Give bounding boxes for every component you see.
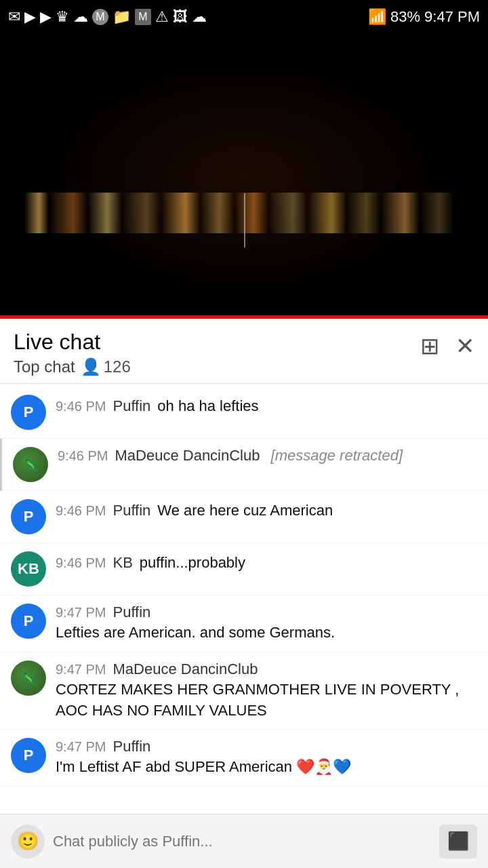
message-time: 9:47 PM bbox=[56, 739, 106, 755]
table-row: P 9:47 PM Puffin I'm Leftist AF abd SUPE… bbox=[0, 730, 488, 787]
message-meta: 9:46 PM Puffin oh ha ha lefties bbox=[56, 395, 477, 417]
chat-header-right: ⊞ ✕ bbox=[420, 330, 474, 359]
top-chat-row: Top chat 👤 126 bbox=[14, 357, 131, 376]
emoji-icon: 🙂 bbox=[17, 831, 39, 852]
message-author: Puffin bbox=[113, 604, 150, 621]
person-icon: 👤 bbox=[81, 357, 101, 376]
image-icon: 🖼 bbox=[173, 8, 188, 26]
youtube-icon: ▶ bbox=[24, 8, 36, 26]
avatar: P bbox=[11, 499, 46, 534]
cloud2-icon: ☁ bbox=[192, 8, 207, 26]
avatar: P bbox=[11, 738, 46, 773]
message-meta: 9:47 PM Puffin bbox=[56, 738, 477, 755]
message-meta: 9:46 PM KB puffin...probably bbox=[56, 551, 477, 574]
status-icons-right: 📶 83% 9:47 PM bbox=[368, 8, 480, 26]
live-chat-title: Live chat bbox=[14, 330, 131, 355]
message-icon: ✉ bbox=[8, 8, 20, 26]
avatar: 🦎 bbox=[13, 447, 48, 482]
chat-input-bar: 🙂 ⬛ bbox=[0, 814, 488, 868]
filter-icon[interactable]: ⊞ bbox=[420, 332, 439, 359]
table-row: P 9:46 PM Puffin We are here cuz America… bbox=[0, 491, 488, 543]
message-text: I'm Leftist AF abd SUPER American ❤️🎅💙 bbox=[56, 757, 477, 778]
chat-panel: Live chat Top chat 👤 126 ⊞ ✕ P 9:46 PM P… bbox=[0, 319, 488, 850]
close-icon[interactable]: ✕ bbox=[455, 332, 474, 359]
message-time: 9:46 PM bbox=[56, 399, 106, 414]
message-content: 9:46 PM Puffin oh ha ha lefties bbox=[56, 395, 477, 417]
status-icons-left: ✉ ▶ ▶ ♛ ☁ M 📁 M ⚠ 🖼 ☁ bbox=[8, 8, 207, 26]
table-row: 🦎 9:47 PM MaDeuce DancinClub CORTEZ MAKE… bbox=[0, 652, 488, 730]
avatar: KB bbox=[11, 551, 46, 587]
crown-icon: ♛ bbox=[56, 8, 69, 26]
avatar: P bbox=[11, 604, 46, 639]
m2-icon: M bbox=[135, 9, 151, 25]
table-row: P 9:47 PM Puffin Lefties are American. a… bbox=[0, 595, 488, 652]
message-author: Puffin bbox=[113, 397, 150, 415]
avatar-md-image: 🦎 bbox=[13, 447, 48, 482]
youtube2-icon: ▶ bbox=[40, 8, 52, 26]
m-icon: M bbox=[92, 9, 108, 25]
warning-icon: ⚠ bbox=[155, 8, 169, 26]
message-meta: 9:47 PM Puffin bbox=[56, 604, 477, 621]
table-row: KB 9:46 PM KB puffin...probably bbox=[0, 543, 488, 595]
emoji-button[interactable]: 🙂 bbox=[11, 825, 45, 859]
message-author: MaDeuce DancinClub bbox=[113, 660, 258, 678]
message-content: 9:46 PM MaDeuce DancinClub [message retr… bbox=[58, 447, 477, 465]
battery-label: 83% bbox=[390, 8, 420, 26]
avatar: P bbox=[11, 395, 46, 430]
video-content bbox=[0, 34, 488, 319]
cloud-icon: ☁ bbox=[73, 8, 88, 26]
chat-input[interactable] bbox=[53, 825, 431, 859]
video-bottom-bar bbox=[0, 315, 488, 319]
message-author: KB bbox=[113, 554, 132, 572]
flagpole bbox=[244, 193, 245, 248]
avatar: 🦎 bbox=[11, 660, 46, 696]
message-author: Puffin bbox=[113, 738, 150, 755]
message-text: CORTEZ MAKES HER GRANMOTHER LIVE IN POVE… bbox=[56, 679, 477, 722]
chat-messages: P 9:46 PM Puffin oh ha ha lefties 🦎 9:46… bbox=[0, 384, 488, 789]
message-content: 9:47 PM Puffin I'm Leftist AF abd SUPER … bbox=[56, 738, 477, 778]
message-retracted: [message retracted] bbox=[266, 447, 403, 465]
wifi-icon: 📶 bbox=[368, 8, 386, 26]
time-label: 9:47 PM bbox=[424, 8, 480, 26]
send-button[interactable]: ⬛ bbox=[439, 825, 477, 859]
avatar-md-image: 🦎 bbox=[11, 660, 46, 696]
message-text: Lefties are American. and some Germans. bbox=[56, 623, 477, 644]
folder-icon: 📁 bbox=[113, 8, 131, 26]
top-chat-label[interactable]: Top chat bbox=[14, 357, 75, 376]
message-meta: 9:47 PM MaDeuce DancinClub bbox=[56, 660, 477, 678]
message-content: 9:47 PM MaDeuce DancinClub CORTEZ MAKES … bbox=[56, 660, 477, 722]
message-meta: 9:46 PM Puffin We are here cuz American bbox=[56, 499, 477, 521]
status-bar: ✉ ▶ ▶ ♛ ☁ M 📁 M ⚠ 🖼 ☁ 📶 83% 9:47 PM bbox=[0, 0, 488, 34]
message-content: 9:47 PM Puffin Lefties are American. and… bbox=[56, 604, 477, 644]
message-time: 9:47 PM bbox=[56, 605, 106, 620]
message-meta: 9:46 PM MaDeuce DancinClub [message retr… bbox=[58, 447, 477, 465]
chat-header-left: Live chat Top chat 👤 126 bbox=[14, 330, 131, 376]
message-time: 9:46 PM bbox=[56, 503, 106, 519]
message-text: oh ha ha lefties bbox=[157, 396, 258, 417]
message-time: 9:46 PM bbox=[58, 448, 108, 464]
message-text: We are here cuz American bbox=[157, 500, 333, 521]
message-author: MaDeuce DancinClub bbox=[115, 447, 260, 465]
viewer-count: 👤 126 bbox=[81, 357, 131, 376]
message-content: 9:46 PM Puffin We are here cuz American bbox=[56, 499, 477, 521]
message-content: 9:46 PM KB puffin...probably bbox=[56, 551, 477, 574]
viewer-number: 126 bbox=[104, 357, 131, 376]
message-author: Puffin bbox=[113, 502, 150, 519]
message-time: 9:46 PM bbox=[56, 555, 106, 571]
table-row: P 9:46 PM Puffin oh ha ha lefties bbox=[0, 387, 488, 439]
table-row: 🦎 9:46 PM MaDeuce DancinClub [message re… bbox=[0, 439, 488, 491]
video-player[interactable] bbox=[0, 34, 488, 319]
message-time: 9:47 PM bbox=[56, 662, 106, 677]
chat-header: Live chat Top chat 👤 126 ⊞ ✕ bbox=[0, 319, 488, 384]
message-text: puffin...probably bbox=[140, 553, 245, 574]
send-icon: ⬛ bbox=[447, 831, 469, 852]
